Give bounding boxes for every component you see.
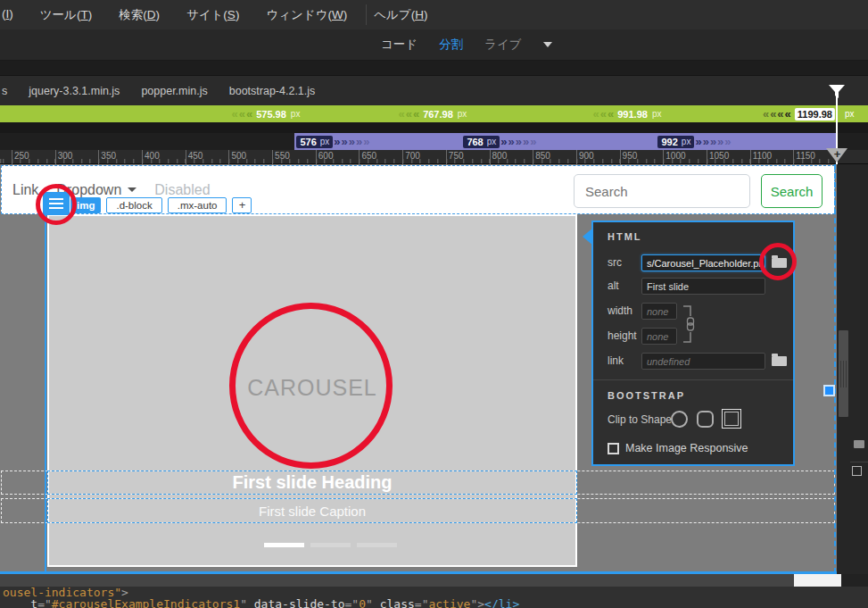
viewport-resize-handle[interactable] <box>823 385 835 396</box>
ruler-number: 250 <box>14 151 29 161</box>
viewport-right-edge <box>834 164 836 573</box>
split-divider[interactable] <box>0 574 868 587</box>
carousel-heading[interactable]: First slide Heading <box>47 471 577 495</box>
src-browse-folder-icon[interactable] <box>772 258 787 268</box>
code-view-button[interactable]: コード <box>381 37 417 53</box>
live-view-dropdown-icon[interactable] <box>543 42 552 47</box>
breakpoint-value: 767.98 <box>423 109 453 120</box>
ruler-major-tick <box>186 150 186 164</box>
quick-property-inspector: HTML src alt width height link BOOTSTRAP… <box>591 221 795 466</box>
related-file-tab[interactable]: bootstrap-4.2.1.js <box>229 85 316 97</box>
responsive-checkbox[interactable] <box>608 443 619 454</box>
clip-square-button[interactable] <box>722 409 741 429</box>
split-view-button[interactable]: 分割 <box>439 37 463 53</box>
ruler-number: 850 <box>535 151 550 161</box>
live-view-button[interactable]: ライブ <box>484 37 521 53</box>
breakpoint-unit: px <box>487 136 497 148</box>
code-token: " <box>240 597 254 608</box>
hud-add-class-button[interactable]: + <box>232 197 252 213</box>
ruler-number: 800 <box>492 151 508 161</box>
ruler-number: 1000 <box>665 151 685 161</box>
breakpoint-unit: px <box>652 109 662 119</box>
menu-separator <box>366 4 367 25</box>
link-browse-folder-icon[interactable] <box>772 356 787 366</box>
media-query-gap <box>0 122 868 133</box>
chevron-left-icon: « <box>608 105 614 122</box>
menu-item-d[interactable]: 検索(D) <box>119 7 160 23</box>
max-width-breakpoint-marker[interactable]: «««991.98px <box>593 105 662 122</box>
code-token: active <box>428 597 470 608</box>
ruler: 2503003504004505005506006507007508008509… <box>0 150 868 164</box>
nav-link-link[interactable]: Link <box>12 182 38 198</box>
hud-class-pill[interactable]: .d-block <box>106 197 161 213</box>
ruler-major-tick <box>359 150 360 164</box>
ruler-major-tick <box>98 150 99 164</box>
hud-class-pill[interactable]: .mx-auto <box>168 197 227 213</box>
constrain-link-icon[interactable] <box>682 304 697 345</box>
scrubber-plus-icon[interactable]: + <box>831 147 843 161</box>
chevron-right-icon: » <box>523 133 529 150</box>
scrollbar-grip-icon <box>840 361 847 387</box>
dock-icon-fragment <box>854 440 864 448</box>
breakpoint-unit: px <box>291 109 301 119</box>
ruler-number: 550 <box>275 151 290 161</box>
breakpoint-unit: px <box>845 105 855 122</box>
carousel-indicator[interactable] <box>264 543 304 547</box>
dropdown-caret-icon <box>128 187 136 192</box>
menu-item-i[interactable]: (I) <box>2 7 13 23</box>
related-file-tab[interactable]: jquery-3.3.1.min.js <box>29 85 120 97</box>
hud-tag-chip[interactable]: img <box>70 197 101 213</box>
breakpoint-value: 1199.98 <box>795 108 835 121</box>
menu-item-h[interactable]: ヘルプ(H) <box>374 7 427 23</box>
related-file-tab[interactable]: s <box>2 85 7 97</box>
link-input[interactable] <box>641 353 765 370</box>
clip-circle-button[interactable] <box>671 411 688 428</box>
code-token: "> <box>470 597 484 608</box>
src-input[interactable] <box>641 254 765 271</box>
ruler-major-tick <box>663 150 664 164</box>
media-query-bar-maxwidth[interactable]: «««575.98px«««767.98px«««991.98px««««119… <box>0 105 868 122</box>
ruler-number: 1100 <box>753 151 773 161</box>
carousel-indicator[interactable] <box>310 543 351 547</box>
ruler-major-tick <box>272 150 273 164</box>
menu-item-s[interactable]: サイト(S) <box>186 7 239 23</box>
chevron-right-icon: » <box>717 133 723 150</box>
max-width-breakpoint-marker[interactable]: «««575.98px <box>231 105 300 122</box>
min-width-breakpoint-marker[interactable]: 992px»»»»» <box>657 133 731 150</box>
max-width-breakpoint-marker[interactable]: «««767.98px <box>398 105 467 122</box>
chevron-right-icon: » <box>516 133 522 150</box>
chevron-right-icon: » <box>363 133 369 150</box>
alt-input[interactable] <box>641 278 765 295</box>
search-input[interactable] <box>574 174 750 208</box>
alt-label: alt <box>608 279 619 292</box>
min-width-breakpoint-marker[interactable]: 768px»»»»» <box>463 133 536 150</box>
ruler-major-tick <box>620 150 621 164</box>
panel-notch-icon <box>583 228 593 246</box>
hud-hamburger-icon[interactable] <box>43 192 70 215</box>
search-button[interactable]: Search <box>761 174 823 208</box>
chevron-left-icon: « <box>231 105 237 122</box>
scrollbar-thumb[interactable] <box>839 330 848 417</box>
code-token: class <box>380 597 415 608</box>
media-query-bar-minwidth[interactable]: 576px»»»»»768px»»»»»992px»»»»» <box>0 133 868 150</box>
max-width-breakpoint-marker[interactable]: ««««1199.98 <box>763 105 835 122</box>
nav-link-disabled[interactable]: Disabled <box>154 182 210 198</box>
breakpoint-value: 992px <box>657 136 694 148</box>
chevron-left-icon: « <box>398 105 404 122</box>
breakpoint-value: 768px <box>463 136 500 148</box>
clip-to-shape-label: Clip to Shape <box>608 413 672 426</box>
clip-rounded-button[interactable] <box>697 411 714 428</box>
menu-item-w[interactable]: ウィンドウ(W) <box>266 7 347 23</box>
menu-item-t[interactable]: ツール(T) <box>40 7 92 23</box>
width-input[interactable] <box>641 303 677 320</box>
height-input[interactable] <box>641 328 677 345</box>
code-token: =" <box>415 597 429 608</box>
carousel-placeholder-text: CAROUSEL <box>49 375 575 401</box>
ruler-number: 450 <box>188 151 203 161</box>
carousel-caption[interactable]: First slide Caption <box>47 498 577 523</box>
min-width-breakpoint-marker[interactable]: 576px»»»»» <box>296 133 369 150</box>
related-file-tab[interactable]: popper.min.js <box>141 85 207 97</box>
carousel-indicator[interactable] <box>357 543 397 547</box>
code-view[interactable]: ousel-indicators"> t="#carouselExampleIn… <box>0 587 868 608</box>
panel-divider <box>593 379 793 380</box>
